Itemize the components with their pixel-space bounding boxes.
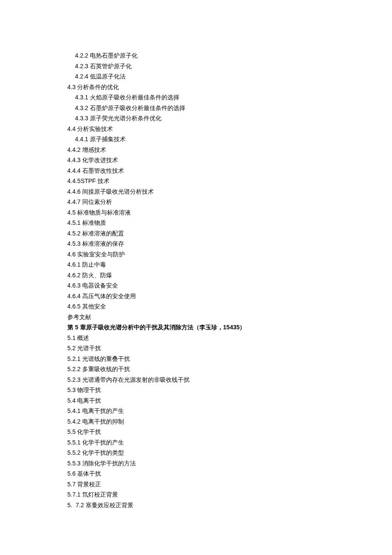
toc-entry: 4.6.1 防止中毒	[67, 259, 325, 270]
toc-entry: 4.5.1 标准物质	[67, 218, 325, 228]
toc-entry: 5.2.2 多重吸收线的干扰	[67, 364, 325, 375]
toc-entry: 4.4.7 同位素分析	[67, 197, 325, 207]
toc-entry: 4.2.4 低温原子化法	[67, 71, 325, 82]
toc-entry: 4.6.2 防火、防爆	[67, 270, 325, 281]
toc-entry: 参考文献	[67, 312, 325, 323]
toc-entry: 4.2.2 电热石墨炉原子化	[67, 50, 325, 61]
toc-entry: 4.3.3 原子荧光光谱分析条件优化	[67, 113, 325, 124]
toc-entry: 4.3 分析条件的优化	[67, 82, 325, 93]
toc-entry: 5.5.2 化学干扰的类型	[67, 447, 325, 458]
toc-entry: 5.5 化学干扰	[67, 427, 325, 437]
toc-entry: 4.6.5 其他安全	[67, 301, 325, 312]
toc-entry: 4.4.3 化学改进技术	[67, 155, 325, 166]
toc-entry: 4.4.2 增感技术	[67, 145, 325, 155]
toc-entry: 4.4.1 原子捕集技术	[67, 134, 325, 145]
toc-entry: 5.4.1 电离干扰的产生	[67, 406, 325, 416]
toc-entry: 4.6.3 电器设备安全	[67, 280, 325, 291]
toc-entry: 4.4.6 间接原子吸收光谱分析技术	[67, 186, 325, 197]
toc-entry: 5.7.1 氘灯校正背景	[67, 489, 325, 500]
toc-entry: 4.3.1 火焰原子吸收分析最佳条件的选择	[67, 92, 325, 103]
toc-entry: 4.5.2 标准溶液的配置	[67, 228, 325, 239]
toc-entry: 5.6 基体干扰	[67, 468, 325, 479]
toc-entry: 5.5.3 消除化学干扰的方法	[67, 458, 325, 469]
toc-entry: 4.6 实验室安全与防护	[67, 249, 325, 260]
toc-entry: 5.2.1 光谱线的重叠干扰	[67, 354, 325, 364]
toc-entry: 5.2 光谱干扰	[67, 343, 325, 354]
toc-entry: 4.4.5STPF 技术	[67, 176, 325, 186]
toc-entry: 4.5 标准物质与标准溶液	[67, 207, 325, 218]
toc-entry: 5. 7.2 塞曼效应校正背景	[67, 500, 325, 511]
toc-entry: 5.4.2 电离干扰的抑制	[67, 416, 325, 427]
toc-entry: 4.6.4 高压气体的安全使用	[67, 291, 325, 302]
document-page: 4.2.2 电热石墨炉原子化4.2.3 石英管炉原子化4.2.4 低温原子化法4…	[0, 0, 392, 555]
toc-entry: 5.1 概述	[67, 333, 325, 343]
toc-entry: 4.4 分析实验技术	[67, 124, 325, 134]
toc-entry: 5.5.1 化学干扰的产生	[67, 437, 325, 448]
toc-entry: 5.4 电离干扰	[67, 395, 325, 406]
toc-entry: 4.3.2 石墨炉原子吸收分析最佳条件的选择	[67, 103, 325, 113]
toc-entry: 4.5.3 标准溶液的保存	[67, 238, 325, 249]
toc-entry: 5.2.3 光谱通带内存在光源发射的非吸收线干扰	[67, 375, 325, 385]
chapter-heading: 第 5 章原子吸收光谱分析中的干扰及其消除方法（李玉珍，15435）	[67, 322, 325, 333]
toc-entry: 5.3 物理干扰	[67, 385, 325, 395]
toc-entry: 4.2.3 石英管炉原子化	[67, 61, 325, 72]
toc-entry: 4.4.4 石墨管改性技术	[67, 166, 325, 176]
toc-entry: 5.7 背景校正	[67, 479, 325, 490]
